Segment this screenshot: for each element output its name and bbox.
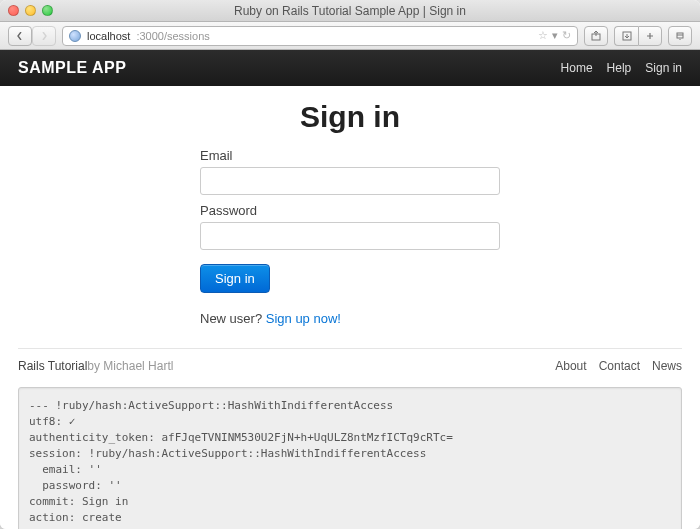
tabs-button[interactable] — [668, 26, 692, 46]
signup-link[interactable]: Sign up now! — [266, 311, 341, 326]
signup-line: New user? Sign up now! — [200, 311, 500, 326]
forward-button[interactable] — [32, 26, 56, 46]
titlebar: Ruby on Rails Tutorial Sample App | Sign… — [0, 0, 700, 22]
nav-home[interactable]: Home — [561, 61, 593, 75]
footer-byline: by Michael Hartl — [87, 359, 173, 373]
share-icon — [591, 31, 601, 41]
footer-contact[interactable]: Contact — [599, 359, 640, 373]
downloads-button[interactable] — [614, 26, 638, 46]
nav-help[interactable]: Help — [607, 61, 632, 75]
reader-icon[interactable]: ↻ — [562, 29, 571, 42]
globe-icon — [69, 30, 81, 42]
new-user-text: New user? — [200, 311, 266, 326]
url-path: :3000/sessions — [136, 30, 209, 42]
email-label: Email — [200, 148, 500, 163]
zoom-icon[interactable] — [42, 5, 53, 16]
footer: Rails Tutorial by Michael Hartl About Co… — [18, 348, 682, 373]
debug-dump: --- !ruby/hash:ActiveSupport::HashWithIn… — [18, 387, 682, 529]
browser-toolbar: localhost:3000/sessions ☆ ▾ ↻ — [0, 22, 700, 50]
share-button[interactable] — [584, 26, 608, 46]
address-bar[interactable]: localhost:3000/sessions ☆ ▾ ↻ — [62, 26, 578, 46]
password-field[interactable] — [200, 222, 500, 250]
page-title: Sign in — [0, 100, 700, 134]
chevron-left-icon — [16, 32, 24, 40]
email-field[interactable] — [200, 167, 500, 195]
footer-links: About Contact News — [555, 359, 682, 373]
signin-button[interactable]: Sign in — [200, 264, 270, 293]
footer-about[interactable]: About — [555, 359, 586, 373]
tabs-icon — [675, 31, 685, 41]
window-title: Ruby on Rails Tutorial Sample App | Sign… — [0, 4, 700, 18]
footer-news[interactable]: News — [652, 359, 682, 373]
close-icon[interactable] — [8, 5, 19, 16]
star-icon[interactable]: ☆ — [538, 29, 548, 42]
url-host: localhost — [87, 30, 130, 42]
plus-icon — [645, 31, 655, 41]
navbar: SAMPLE APP Home Help Sign in — [0, 50, 700, 86]
back-button[interactable] — [8, 26, 32, 46]
chevron-right-icon — [40, 32, 48, 40]
download-icon — [622, 31, 632, 41]
signin-form: Email Password Sign in New user? Sign up… — [200, 148, 500, 326]
window-controls — [8, 5, 53, 16]
viewport[interactable]: SAMPLE APP Home Help Sign in Sign in Ema… — [0, 50, 700, 529]
browser-window: Ruby on Rails Tutorial Sample App | Sign… — [0, 0, 700, 529]
nav-signin[interactable]: Sign in — [645, 61, 682, 75]
nav-links: Home Help Sign in — [561, 61, 682, 75]
minimize-icon[interactable] — [25, 5, 36, 16]
password-label: Password — [200, 203, 500, 218]
url-actions: ☆ ▾ ↻ — [538, 29, 571, 42]
dropdown-icon[interactable]: ▾ — [552, 29, 558, 42]
footer-brand[interactable]: Rails Tutorial — [18, 359, 87, 373]
extensions-button[interactable] — [638, 26, 662, 46]
brand[interactable]: SAMPLE APP — [18, 59, 126, 77]
